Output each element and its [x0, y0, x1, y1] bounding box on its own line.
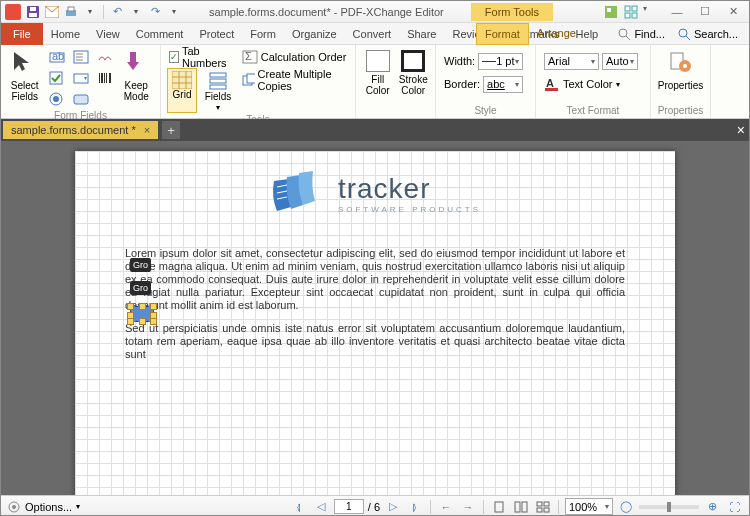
selected-form-field[interactable] [130, 306, 154, 322]
prev-page-icon[interactable]: ◁ [312, 499, 330, 515]
multiple-copies-button[interactable]: Create Multiple Copies [240, 70, 349, 90]
border-label: Border: [444, 78, 480, 90]
properties-button[interactable]: Properties [661, 47, 701, 91]
svg-rect-45 [545, 88, 558, 91]
fields-button[interactable]: Fields▾ [201, 68, 235, 113]
first-page-icon[interactable]: ⦉ [290, 499, 308, 515]
menu-format[interactable]: Format [476, 23, 529, 45]
barcode-tool[interactable] [95, 68, 115, 88]
mail-icon[interactable] [44, 4, 60, 20]
menu-protect[interactable]: Protect [191, 24, 242, 44]
form-tools-context-label: Form Tools [471, 3, 553, 21]
page-input[interactable] [334, 499, 364, 514]
menu-organize[interactable]: Organize [284, 24, 345, 44]
text-color-button[interactable]: AText Color▾ [542, 74, 622, 94]
nav-back-icon[interactable]: ← [437, 499, 455, 515]
fit-icon[interactable]: ⛶ [725, 499, 743, 515]
tab-numbers-check[interactable]: ✓Tab Numbers [167, 47, 236, 67]
close-button[interactable]: ✕ [719, 2, 747, 22]
last-page-icon[interactable]: ⦊ [406, 499, 424, 515]
undo-icon[interactable]: ↶ [109, 4, 125, 20]
find-label: Find... [634, 28, 665, 40]
font-select[interactable]: Arial▾ [544, 53, 599, 70]
options-button[interactable]: Options... [25, 501, 72, 513]
find-button[interactable]: Find... [612, 24, 670, 44]
nav-fwd-icon[interactable]: → [459, 499, 477, 515]
redo-icon[interactable]: ↷ [147, 4, 163, 20]
combo-tool[interactable] [71, 68, 91, 88]
svg-rect-18 [50, 72, 62, 84]
menu-comment[interactable]: Comment [128, 24, 192, 44]
menu-home[interactable]: Home [43, 24, 88, 44]
minimize-button[interactable]: — [663, 2, 691, 22]
app-icon [5, 4, 21, 20]
save-icon[interactable] [25, 4, 41, 20]
stroke-color-button[interactable]: Stroke Color [398, 47, 430, 96]
svg-rect-2 [30, 7, 36, 11]
ui-green-icon[interactable] [603, 4, 619, 20]
menu-arrange[interactable]: Arrange [529, 23, 584, 45]
svg-point-20 [53, 96, 59, 102]
add-tab-button[interactable]: + [162, 121, 180, 139]
checkbox-tool[interactable] [47, 68, 67, 88]
signature-tool[interactable] [95, 47, 115, 67]
svg-rect-59 [537, 508, 542, 512]
svg-rect-32 [172, 71, 192, 89]
logo: trackerSOFTWARE PRODUCTS [125, 169, 625, 217]
layout3-icon[interactable] [534, 499, 552, 515]
quick-access-toolbar: ▾ ↶ ▾ ↷ ▾ [25, 4, 182, 20]
ui-dd-icon[interactable]: ▾ [643, 4, 659, 20]
group-style-label: Style [442, 104, 529, 118]
svg-point-14 [679, 29, 687, 37]
menu-view[interactable]: View [88, 24, 128, 44]
keep-mode-label: Keep Mode [124, 80, 149, 102]
select-fields-button[interactable]: Select Fields [7, 47, 43, 102]
calc-order-button[interactable]: ΣCalculation Order [240, 47, 349, 67]
document-tab[interactable]: sample.forms.document *× [3, 121, 158, 139]
menu-share[interactable]: Share [399, 24, 444, 44]
status-bar: Options...▾ ⦉ ◁ / 6 ▷ ⦊ ← → 100%▾ ◯ ⊕ ⛶ [1, 495, 749, 516]
svg-point-48 [683, 64, 687, 68]
layout1-icon[interactable] [490, 499, 508, 515]
search-button[interactable]: Search... [672, 24, 743, 44]
menu-convert[interactable]: Convert [345, 24, 400, 44]
next-page-icon[interactable]: ▷ [384, 499, 402, 515]
radio-tool[interactable] [47, 89, 67, 109]
grid-button[interactable]: Grid [167, 68, 197, 113]
button-tool[interactable] [71, 89, 91, 109]
workspace[interactable]: trackerSOFTWARE PRODUCTS Gro Gro Lorem i… [1, 141, 749, 495]
listbox-tool[interactable] [71, 47, 91, 67]
ui-expand-icon[interactable] [623, 4, 639, 20]
form-field-1[interactable]: Gro [130, 258, 151, 272]
document-tab-bar: sample.forms.document *× + × [1, 119, 749, 141]
layout2-icon[interactable] [512, 499, 530, 515]
svg-rect-31 [109, 73, 111, 83]
border-select[interactable]: abc▾ [483, 76, 523, 93]
close-tab-icon[interactable]: × [144, 124, 150, 136]
zoom-in-icon[interactable]: ⊕ [703, 499, 721, 515]
menu-form[interactable]: Form [242, 24, 284, 44]
width-select[interactable]: 1 pt▾ [478, 53, 522, 70]
zoom-slider[interactable] [639, 505, 699, 509]
redo-dd-icon[interactable]: ▾ [166, 4, 182, 20]
svg-point-53 [12, 505, 16, 509]
close-panel-icon[interactable]: × [737, 122, 745, 138]
dropdown-icon[interactable]: ▾ [82, 4, 98, 20]
svg-rect-57 [537, 502, 542, 506]
zoom-select[interactable]: 100%▾ [565, 498, 613, 515]
pdf-page[interactable]: trackerSOFTWARE PRODUCTS Gro Gro Lorem i… [75, 151, 675, 495]
zoom-out-icon[interactable]: ◯ [617, 499, 635, 515]
keep-mode-button[interactable]: Keep Mode [119, 47, 155, 102]
fill-color-button[interactable]: Fill Color [362, 47, 394, 96]
svg-point-12 [619, 29, 627, 37]
page-count: / 6 [368, 501, 380, 513]
gear-icon[interactable] [7, 500, 21, 514]
undo-dd-icon[interactable]: ▾ [128, 4, 144, 20]
print-icon[interactable] [63, 4, 79, 20]
form-field-2[interactable]: Gro [130, 281, 151, 295]
maximize-button[interactable]: ☐ [691, 2, 719, 22]
textfield-tool[interactable]: ab [47, 47, 67, 67]
file-menu[interactable]: File [1, 23, 43, 45]
fontsize-select[interactable]: Auto▾ [602, 53, 638, 70]
svg-rect-43 [247, 74, 255, 83]
